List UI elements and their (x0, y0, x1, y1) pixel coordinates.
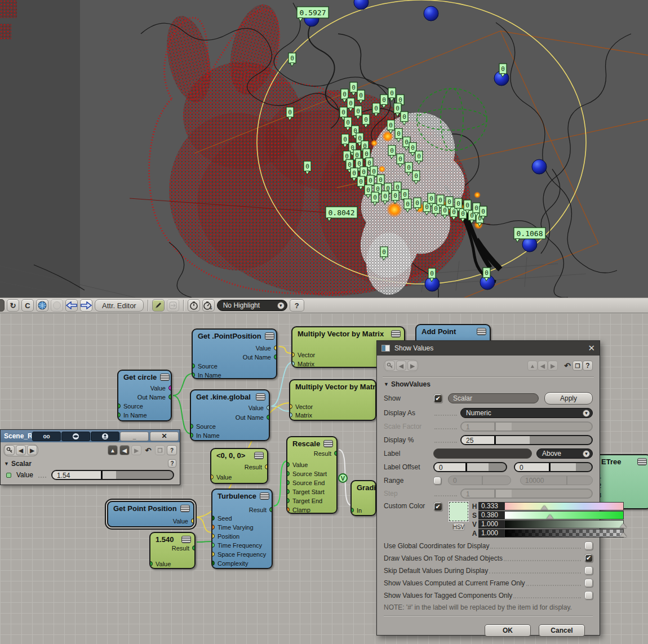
label-offset-y-slider[interactable]: 0 (514, 462, 593, 472)
custom-color-checkbox[interactable]: ✔ (433, 502, 442, 511)
constant-c-icon[interactable]: C (21, 299, 34, 312)
slider-marker-icon[interactable] (541, 505, 548, 510)
port-source-end[interactable]: Source End (286, 479, 325, 486)
port-in-name[interactable]: In Name (117, 411, 147, 419)
green-port-icon[interactable] (286, 462, 290, 467)
prev-key-button[interactable]: ◀ (16, 445, 26, 455)
green-port-icon[interactable] (168, 394, 172, 399)
darkgreen-port-icon[interactable] (211, 516, 215, 521)
minimize-button[interactable]: _ (120, 432, 149, 441)
green-port-icon[interactable] (286, 471, 290, 476)
back-arrow-button[interactable] (65, 299, 78, 312)
show-field[interactable]: Scalar (448, 393, 539, 403)
node-0-0-0[interactable]: <0, 0, 0>ResultValue (210, 448, 268, 484)
port-space-frequency[interactable]: Space Frequency (211, 550, 266, 558)
green-port-icon[interactable] (190, 424, 193, 429)
showvalues-section-header[interactable]: ▼ ShowValues (384, 380, 593, 392)
port-value[interactable]: Value (256, 344, 277, 352)
yellow-port-icon[interactable] (210, 474, 214, 479)
node-menu-icon[interactable] (260, 492, 269, 500)
label-field[interactable] (433, 448, 532, 459)
stopwatch-icon[interactable] (188, 299, 200, 312)
glasses-icon[interactable]: oo (32, 432, 61, 441)
port-in-name[interactable]: In Name (192, 371, 221, 379)
port-clamp[interactable]: Clamp (286, 506, 310, 513)
port-in-name[interactable]: In Name (190, 432, 220, 439)
section-help-button[interactable]: ? (168, 459, 176, 468)
range-checkbox[interactable] (433, 477, 441, 485)
green-port-icon[interactable] (192, 372, 195, 377)
cyan-port-icon[interactable] (289, 412, 292, 418)
display-as-dropdown[interactable]: Numeric ▼ (460, 408, 593, 418)
port-value[interactable]: Value (173, 517, 194, 525)
green-port-icon[interactable] (334, 451, 338, 456)
port-value[interactable]: Value (149, 560, 171, 567)
node-1-540[interactable]: 1.540ResultValue (149, 532, 196, 569)
port-result[interactable]: Result (245, 463, 268, 470)
green-port-icon[interactable] (269, 507, 273, 512)
channel-gradient-slider[interactable] (504, 511, 624, 519)
channel-value[interactable]: 1.000 (478, 520, 504, 528)
green-port-icon[interactable] (192, 545, 196, 550)
ppg-window[interactable]: Scene_Root : pointcloud_filaments... oo … (0, 429, 180, 485)
green-port-icon[interactable] (117, 412, 121, 418)
green-port-icon[interactable] (190, 433, 193, 438)
node-turbulence[interactable]: TurbulenceResultSeedTime VaryingPosition… (211, 488, 273, 569)
green-port-icon[interactable] (274, 354, 277, 359)
node-menu-icon[interactable] (323, 440, 333, 447)
port-result[interactable]: Result (249, 506, 273, 513)
port-matrix[interactable]: Matrix (289, 411, 312, 419)
cancel-button[interactable]: Cancel (539, 624, 585, 637)
green-port-icon[interactable] (117, 403, 121, 408)
display-pct-slider[interactable]: 25 (460, 435, 593, 445)
slider-marker-icon[interactable] (547, 514, 553, 519)
dialog-titlebar[interactable]: Show Values ✕ (377, 341, 600, 356)
port-time-varying[interactable]: Time Varying (211, 523, 254, 531)
help-button[interactable]: ? (290, 299, 304, 312)
port-out-name[interactable]: Out Name (236, 414, 270, 421)
node-rescale[interactable]: RescaleResultValueSource StartSource End… (286, 436, 338, 514)
orange-port-icon[interactable] (286, 507, 290, 512)
cyan-port-icon[interactable] (291, 361, 295, 366)
yellow-port-icon[interactable] (289, 404, 292, 409)
port-position[interactable]: Position (211, 532, 239, 540)
channel-value[interactable]: 1.000 (478, 529, 504, 538)
node-get-circle[interactable]: Get circleValueOut NameSourceIn Name (117, 370, 172, 421)
scalar-value-slider[interactable]: 1.54 (51, 470, 174, 480)
lightgreen-port-icon[interactable] (211, 543, 215, 548)
anim-divot-icon[interactable] (6, 473, 11, 478)
globe-icon[interactable] (36, 299, 48, 312)
green-port-icon[interactable] (286, 489, 290, 494)
stopwatch-g-icon[interactable]: G (202, 299, 215, 312)
lock-user-icon[interactable] (91, 432, 119, 441)
pen-icon[interactable] (152, 299, 165, 312)
darkgreen-port-icon[interactable] (211, 561, 215, 566)
node-menu-icon[interactable] (254, 452, 264, 459)
node-menu-icon[interactable] (265, 332, 274, 340)
refresh-icon[interactable]: ↻ (7, 299, 19, 312)
yellow-port-icon[interactable] (265, 464, 268, 469)
port-out-name[interactable]: Out Name (137, 393, 172, 401)
channel-value[interactable]: 0.333 (478, 502, 504, 510)
option-checkbox[interactable] (584, 591, 593, 599)
key-icon[interactable] (5, 445, 15, 455)
option-checkbox[interactable] (584, 566, 593, 575)
channel-value[interactable]: 0.380 (478, 511, 504, 519)
green-port-icon[interactable] (149, 561, 153, 566)
attr-editor-button[interactable]: Attr. Editor (95, 299, 144, 312)
green-port-icon[interactable] (350, 508, 354, 513)
magenta-port-icon[interactable] (168, 385, 172, 390)
yellow-port-icon[interactable] (291, 352, 295, 357)
dialog-close-icon[interactable]: ✕ (588, 343, 595, 353)
port-in[interactable]: In (350, 507, 362, 514)
port-vector[interactable]: Vector (291, 351, 315, 358)
viewport-3d[interactable]: 0000000000000000000000000000000000000000… (0, 0, 648, 297)
port-source[interactable]: Source (117, 402, 143, 410)
yellow-port-icon[interactable] (191, 518, 194, 523)
highlight-dropdown[interactable]: No Highlight ▼ (217, 300, 287, 311)
port-vector[interactable]: Vector (289, 403, 313, 410)
channel-gradient-slider[interactable] (504, 520, 624, 528)
copy-icon[interactable]: ❐ (572, 361, 583, 371)
option-checkbox[interactable]: ✔ (584, 554, 593, 562)
yellow-port-icon[interactable] (211, 552, 215, 557)
